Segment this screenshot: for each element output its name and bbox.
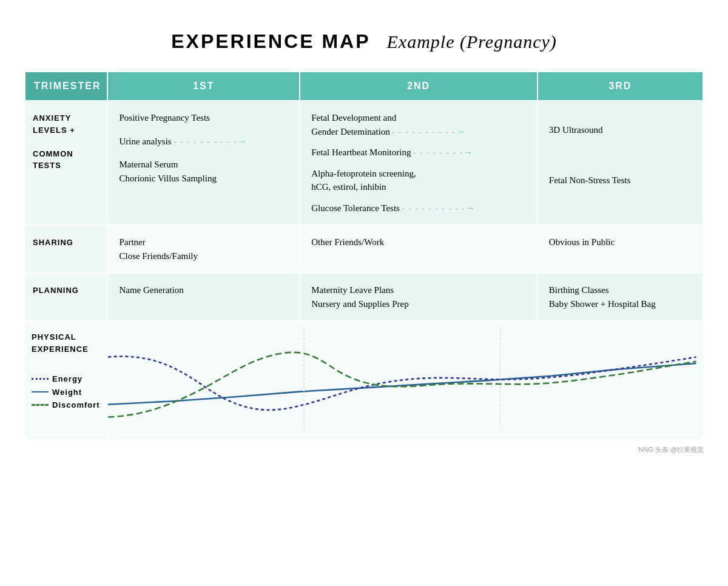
sharing-3rd: Obvious in Public [549, 235, 692, 249]
sharing-col3: Obvious in Public [538, 225, 703, 273]
tests-3rd-3d: 3D Ultrasound [549, 123, 692, 137]
sharing-label: SHARING [25, 225, 107, 273]
anxiety-label: ANXIETYLEVELS +COMMONTESTS [25, 101, 107, 225]
planning-col3: Birthing ClassesBaby Shower + Hospital B… [538, 273, 703, 321]
legend-weight-label: Weight [52, 386, 82, 399]
planning-1st: Name Generation [119, 283, 288, 297]
physical-chart [108, 328, 696, 431]
planning-col1: Name Generation [107, 273, 300, 321]
physical-chart-cell [107, 321, 703, 440]
tests-2nd-heartbeat: Fetal Heartbeat Monitoring - - - - - - -… [311, 146, 526, 160]
legend-discomfort: Discomfort [32, 399, 101, 411]
header-col1: 1ST [107, 72, 300, 101]
sharing-row: SHARING PartnerClose Friends/Family Othe… [25, 225, 703, 273]
anxiety-col1: Positive Pregnancy Tests Urine analysis … [107, 101, 300, 225]
title-bold: EXPERIENCE MAP [171, 30, 370, 52]
tests-1st-urine: Urine analysis - - - - - - - - - -→ [119, 135, 288, 149]
planning-3rd: Birthing ClassesBaby Shower + Hospital B… [549, 283, 692, 311]
physical-label: PHYSICALEXPERIENCE Energy Weight Disc [25, 321, 107, 440]
tests-1st-maternal: Maternal SerumChorionic Villus Sampling [119, 158, 288, 185]
planning-row: PLANNING Name Generation Maternity Leave… [25, 273, 703, 321]
anxiety-col2: Fetal Development andGender Detemination… [300, 101, 538, 225]
legend-energy: Energy [32, 373, 101, 385]
anxiety-col3: 3D Ultrasound Fetal Non-Stress Tests [538, 101, 703, 225]
sharing-1st: PartnerClose Friends/Family [119, 235, 288, 263]
tests-2nd-alpha: Alpha-fetoprotein screening,hCG, estirol… [311, 167, 526, 194]
planning-col2: Maternity Leave PlansNursery and Supplie… [300, 273, 538, 321]
tests-2nd-glucose: Glucose Tolerance Tests - - - - - - - - … [311, 201, 526, 215]
sharing-2nd: Other Friends/Work [311, 235, 526, 249]
legend-discomfort-label: Discomfort [52, 399, 100, 411]
anxiety-tests-row: ANXIETYLEVELS +COMMONTESTS Positive Preg… [25, 101, 703, 225]
sharing-col1: PartnerClose Friends/Family [107, 225, 300, 273]
legend-weight: Weight [32, 386, 101, 399]
tests-1st-positive: Positive Pregnancy Tests [119, 111, 288, 125]
experience-map-table: TRIMESTER 1ST 2ND 3RD ANXIETYLEVELS +COM… [24, 71, 704, 440]
header-col0: TRIMESTER [25, 72, 107, 101]
header-col2: 2ND [300, 72, 538, 101]
planning-2nd: Maternity Leave PlansNursery and Supplie… [311, 283, 526, 311]
page-wrapper: EXPERIENCE MAP Example (Pregnancy) TRIME… [12, 12, 716, 466]
physical-title: PHYSICALEXPERIENCE [32, 331, 101, 355]
tests-3rd-nonstress: Fetal Non-Stress Tests [549, 173, 692, 187]
legend-energy-label: Energy [52, 373, 83, 385]
physical-row: PHYSICALEXPERIENCE Energy Weight Disc [25, 321, 703, 440]
page-title: EXPERIENCE MAP Example (Pregnancy) [24, 30, 704, 53]
header-col3: 3RD [538, 72, 703, 101]
planning-label: PLANNING [25, 273, 107, 321]
sharing-col2: Other Friends/Work [300, 225, 538, 273]
watermark: NNG 头条 @衍果视觉 [24, 445, 704, 454]
header-row: TRIMESTER 1ST 2ND 3RD [25, 72, 703, 101]
physical-legend: Energy Weight Discomfort [32, 373, 101, 411]
title-italic: Example (Pregnancy) [386, 32, 556, 52]
tests-2nd-fetal-dev: Fetal Development andGender Detemination… [311, 111, 526, 138]
